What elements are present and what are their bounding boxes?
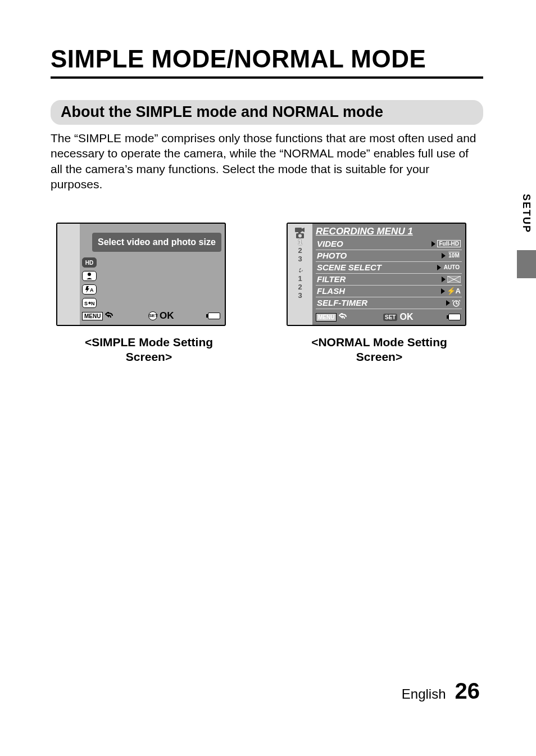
- simple-figure: Select video and photo size HD A SN: [56, 223, 242, 365]
- page-content: SIMPLE MODE/NORMAL MODE About the SIMPLE…: [51, 45, 483, 714]
- value-text: ⚡A: [447, 287, 461, 295]
- body-paragraph: The “SIMPLE mode” comprises only those f…: [51, 130, 483, 192]
- side-tab: SETUP: [517, 188, 536, 278]
- menu-box-icon: MENU: [82, 312, 103, 320]
- side-tab-label: SETUP: [520, 194, 532, 233]
- page-footer: English 26: [402, 678, 480, 704]
- set-ok-label: SET OK: [383, 312, 413, 322]
- tab-num: 2: [298, 283, 302, 292]
- menu-row-photo: PHOTO 10M: [316, 250, 462, 262]
- caption-text: Screen>: [126, 350, 172, 363]
- return-arrow-icon: [105, 312, 114, 320]
- normal-left-tabs: 1 2 3 1 2 3: [288, 224, 312, 325]
- value-text: 10M: [447, 252, 461, 259]
- normal-bottom-bar: MENU SET OK: [316, 312, 461, 322]
- page-title: SIMPLE MODE/NORMAL MODE: [51, 45, 483, 73]
- chevron-right-icon: [441, 288, 445, 294]
- value-text: AUTO: [443, 264, 461, 270]
- camera-tab-group: 1 2 3: [295, 226, 305, 264]
- row-label: FILTER: [317, 274, 346, 284]
- filter-off-icon: [447, 276, 461, 283]
- title-rule: [51, 76, 483, 79]
- normal-menu-title: RECORDING MENU 1: [316, 226, 413, 237]
- caption-text: Screen>: [356, 350, 402, 363]
- face-icon: [82, 271, 97, 281]
- row-label: SELF-TIMER: [317, 298, 367, 307]
- flash-auto-icon: A: [82, 284, 97, 295]
- footer-language: English: [402, 686, 446, 702]
- menu-row-scene: SCENE SELECT AUTO: [316, 262, 462, 274]
- side-tab-marker: [517, 250, 536, 278]
- row-value: 10M: [442, 252, 461, 259]
- tab-num: 1: [298, 238, 302, 247]
- menu-row-video: VIDEO Full-HD: [316, 238, 462, 250]
- section-heading: About the SIMPLE mode and NORMAL mode: [51, 100, 483, 125]
- simple-tooltip: Select video and photo size: [92, 233, 221, 252]
- row-label: PHOTO: [317, 251, 347, 260]
- battery-icon: [448, 314, 461, 320]
- set-icon: SET: [148, 311, 157, 320]
- value-badge: Full-HD: [437, 240, 461, 247]
- caption-text: <NORMAL Mode Setting: [311, 336, 447, 348]
- menu-box-icon: MENU: [316, 313, 337, 322]
- tab-num: 3: [298, 255, 302, 264]
- svg-text:S: S: [84, 301, 88, 306]
- tools-tab-group: 1 2 3: [296, 267, 304, 300]
- normal-caption: <NORMAL Mode Setting Screen>: [287, 335, 472, 365]
- svg-rect-4: [295, 228, 302, 232]
- chevron-right-icon: [437, 265, 441, 270]
- set-ok-label: SET OK: [148, 310, 174, 322]
- menu-row-flash: FLASH ⚡A: [316, 286, 462, 297]
- menu-return-label: MENU: [316, 313, 348, 322]
- chevron-right-icon: [431, 241, 435, 247]
- return-arrow-icon: [339, 313, 348, 321]
- simple-caption: <SIMPLE Mode Setting Screen>: [56, 335, 242, 365]
- footer-page-number: 26: [455, 678, 480, 704]
- normal-screen: 1 2 3 1 2 3 RECORDING MENU 1: [287, 223, 466, 326]
- row-value: AUTO: [437, 264, 461, 270]
- ok-text: OK: [160, 310, 174, 322]
- row-value: Full-HD: [431, 240, 461, 247]
- tab-num: 2: [298, 247, 302, 255]
- chevron-right-icon: [442, 253, 446, 259]
- simple-left-strip: [57, 224, 80, 325]
- row-value: [442, 276, 461, 283]
- set-icon: SET: [383, 314, 397, 321]
- simple-screen: Select video and photo size HD A SN: [56, 223, 226, 326]
- normal-menu-list: VIDEO Full-HD PHOTO 10M SCENE SELECT AUT…: [316, 238, 462, 309]
- tab-num: 1: [298, 275, 302, 283]
- row-label: VIDEO: [317, 239, 343, 248]
- caption-text: <SIMPLE Mode Setting: [85, 336, 213, 348]
- simple-icon-column: HD A SN: [82, 257, 97, 308]
- svg-rect-6: [298, 232, 301, 234]
- battery-icon: [208, 313, 220, 319]
- sn-mode-icon: SN: [82, 298, 97, 308]
- ok-text: OK: [399, 312, 413, 322]
- row-value: ⚡A: [441, 287, 461, 295]
- simple-bottom-bar: MENU SET OK: [82, 310, 220, 322]
- menu-row-filter: FILTER: [316, 274, 462, 286]
- menu-return-label: MENU: [82, 312, 114, 320]
- row-label: SCENE SELECT: [317, 262, 381, 272]
- self-timer-icon: [452, 299, 461, 307]
- row-value: [446, 299, 461, 307]
- tab-num: 3: [298, 292, 302, 300]
- chevron-right-icon: [442, 277, 446, 282]
- row-label: FLASH: [317, 286, 345, 296]
- figures-row: Select video and photo size HD A SN: [56, 223, 483, 365]
- svg-text:N: N: [91, 301, 95, 306]
- chevron-right-icon: [446, 300, 450, 306]
- wrench-icon: [296, 267, 304, 275]
- normal-figure: 1 2 3 1 2 3 RECORDING MENU 1: [287, 223, 472, 365]
- svg-rect-0: [88, 273, 91, 276]
- menu-row-selftimer: SELF-TIMER: [316, 297, 462, 309]
- hd-icon: HD: [82, 257, 97, 268]
- svg-text:A: A: [90, 287, 94, 293]
- svg-point-7: [298, 234, 302, 238]
